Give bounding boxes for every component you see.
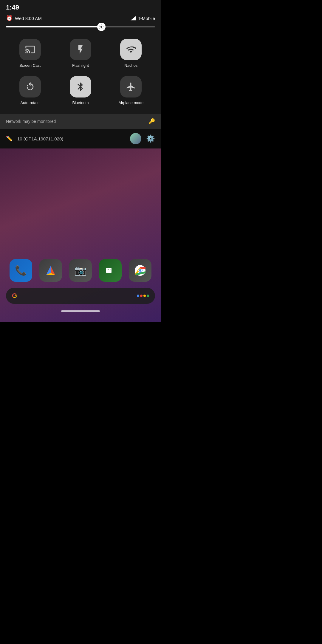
wifi-icon (126, 44, 136, 55)
network-bar-text: Network may be monitored (6, 119, 56, 124)
tile-nachos[interactable]: Nachos (106, 35, 156, 72)
google-logo: G (12, 292, 17, 300)
key-icon: 🔑 (148, 118, 155, 125)
brightness-track[interactable] (6, 26, 155, 27)
svg-point-12 (139, 269, 141, 272)
app-dock: 📞 📷 " " (0, 256, 161, 285)
carrier-text: T-Mobile (138, 16, 155, 21)
google-search-bar[interactable]: G (6, 288, 155, 304)
app-icon-meet[interactable]: " " (99, 259, 122, 282)
auto-rotate-icon-wrap (19, 76, 41, 97)
chrome-logo (134, 264, 146, 276)
dot-blue (137, 295, 139, 297)
app-icon-phone[interactable]: 📞 (10, 259, 32, 282)
brightness-fill (6, 26, 101, 27)
nachos-label: Nachos (124, 63, 137, 68)
tiles-grid: Screen Cast Flashlight Nachos (0, 32, 161, 114)
nachos-icon-wrap (120, 39, 142, 60)
bluetooth-icon-wrap (70, 76, 91, 97)
brightness-thumb (97, 23, 106, 31)
tile-auto-rotate[interactable]: Auto-rotate (5, 72, 55, 109)
alarm-text: Wed 8:00 AM (15, 16, 42, 21)
rotate-icon (25, 82, 35, 92)
airplane-icon (126, 82, 136, 92)
carrier-info: T-Mobile (131, 16, 155, 21)
alarm-carrier-row: ⏰ Wed 8:00 AM T-Mobile (0, 14, 161, 24)
signal-icon (131, 16, 136, 21)
quick-settings-panel: 1:49 ⏰ Wed 8:00 AM T-Mobile (0, 0, 161, 148)
settings-icon[interactable]: ⚙️ (146, 134, 155, 143)
gesture-bar (0, 307, 161, 313)
tile-screen-cast[interactable]: Screen Cast (5, 35, 55, 72)
brightness-row[interactable] (0, 24, 161, 32)
tile-bluetooth[interactable]: Bluetooth (55, 72, 106, 109)
dot-green (147, 295, 149, 297)
edit-icon[interactable]: ✏️ (6, 135, 13, 142)
brightness-icon (99, 24, 104, 30)
app-icon-chrome[interactable] (129, 259, 151, 282)
tile-flashlight[interactable]: Flashlight (55, 35, 106, 72)
status-time: 1:49 (6, 4, 19, 11)
alarm-icon: ⏰ (6, 15, 13, 21)
bluetooth-icon (75, 82, 86, 92)
google-dots (137, 295, 149, 297)
screen-cast-icon-wrap (19, 39, 41, 60)
dot-red (140, 295, 143, 297)
network-bar: Network may be monitored 🔑 (0, 114, 161, 129)
build-text: 10 (QP1A.190711.020) (17, 136, 125, 141)
meet-logo: " " (105, 265, 116, 276)
screen-cast-label: Screen Cast (19, 63, 41, 68)
flashlight-icon (75, 44, 86, 55)
alarm-info: ⏰ Wed 8:00 AM (6, 15, 42, 21)
auto-rotate-label: Auto-rotate (21, 100, 40, 105)
svg-marker-0 (131, 16, 136, 20)
tile-airplane-mode[interactable]: Airplane mode (106, 72, 156, 109)
flashlight-label: Flashlight (72, 63, 89, 68)
user-avatar[interactable] (130, 133, 141, 144)
airplane-icon-wrap (120, 76, 142, 97)
airplane-mode-label: Airplane mode (118, 100, 143, 105)
homescreen: 📞 📷 " " (0, 256, 161, 322)
svg-text:": " (109, 268, 112, 273)
flashlight-icon-wrap (70, 39, 91, 60)
dot-yellow (143, 295, 146, 297)
maps-logo (45, 264, 57, 276)
app-icon-camera[interactable]: 📷 (69, 259, 92, 282)
bluetooth-label: Bluetooth (72, 100, 89, 105)
status-bar: 1:49 (0, 0, 161, 14)
cast-icon (25, 44, 35, 55)
app-icon-maps[interactable] (39, 259, 62, 282)
svg-text:": " (107, 268, 109, 273)
gesture-pill (61, 310, 100, 312)
system-bar: ✏️ 10 (QP1A.190711.020) ⚙️ (0, 129, 161, 148)
svg-point-1 (100, 26, 102, 28)
